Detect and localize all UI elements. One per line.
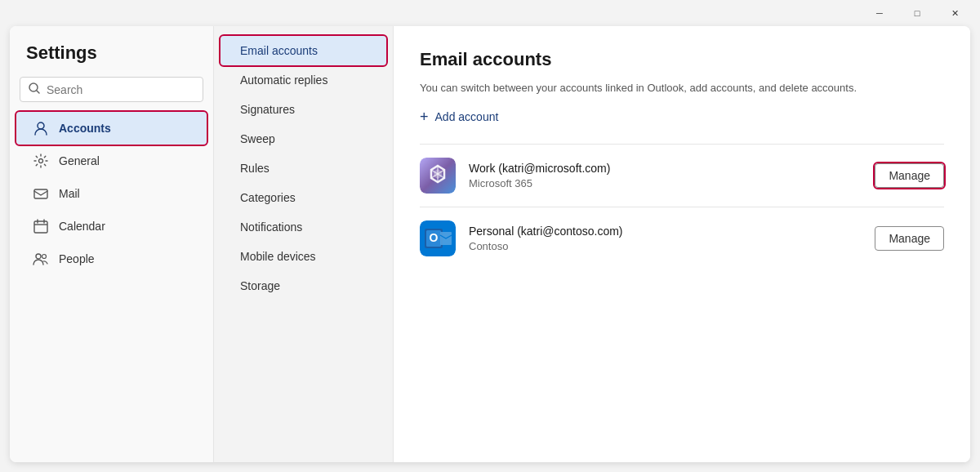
svg-line-1 [37, 91, 39, 93]
sidebar-item-general[interactable]: General [16, 145, 207, 177]
page-title: Email accounts [420, 49, 944, 70]
work-account-subtitle: Microsoft 365 [469, 177, 862, 189]
search-icon [29, 82, 40, 96]
sidebar-label-general: General [59, 154, 100, 167]
people-icon [33, 251, 49, 267]
calendar-icon [33, 218, 49, 234]
app-title: Settings [10, 42, 213, 77]
work-account-avatar [420, 158, 456, 194]
nav-item-categories[interactable]: Categories [220, 183, 386, 212]
account-card-work: Work (katri@microsoft.com) Microsoft 365… [420, 144, 944, 207]
personal-account-subtitle: Contoso [469, 240, 862, 252]
svg-rect-5 [34, 221, 47, 233]
sidebar: Settings Accounts [10, 26, 214, 462]
nav-item-automatic-replies[interactable]: Automatic replies [220, 65, 386, 95]
sidebar-label-accounts: Accounts [59, 122, 111, 135]
svg-rect-4 [34, 189, 47, 198]
main-content: Email accounts You can switch between yo… [394, 26, 970, 462]
work-manage-button[interactable]: Manage [875, 163, 944, 188]
sidebar-item-mail[interactable]: Mail [16, 177, 207, 210]
nav-item-signatures[interactable]: Signatures [220, 95, 386, 124]
settings-window: Settings Accounts [10, 26, 970, 462]
minimize-button[interactable]: ─ [861, 0, 898, 26]
titlebar: ─ □ ✕ [0, 0, 980, 26]
nav-item-storage[interactable]: Storage [220, 271, 386, 301]
personal-account-info: Personal (katri@contoso.com) Contoso [469, 225, 862, 252]
middle-navigation: Email accounts Automatic replies Signatu… [214, 26, 394, 462]
search-box[interactable] [20, 77, 203, 102]
search-input[interactable] [47, 83, 194, 96]
work-account-name: Work (katri@microsoft.com) [469, 162, 862, 175]
sidebar-item-people[interactable]: People [16, 243, 207, 275]
work-account-info: Work (katri@microsoft.com) Microsoft 365 [469, 162, 862, 189]
person-icon [33, 120, 49, 136]
add-account-button[interactable]: + Add account [420, 109, 498, 124]
sidebar-label-mail: Mail [59, 187, 80, 200]
svg-point-7 [42, 255, 47, 259]
maximize-button[interactable]: □ [898, 0, 936, 26]
nav-item-sweep[interactable]: Sweep [220, 124, 386, 154]
svg-point-3 [39, 159, 43, 163]
nav-item-mobile-devices[interactable]: Mobile devices [220, 242, 386, 271]
svg-point-6 [36, 254, 41, 259]
sidebar-label-calendar: Calendar [59, 220, 105, 233]
personal-account-avatar: O [420, 220, 456, 256]
svg-text:O: O [430, 231, 439, 244]
close-button[interactable]: ✕ [936, 0, 973, 26]
personal-account-name: Personal (katri@contoso.com) [469, 225, 862, 238]
nav-item-email-accounts[interactable]: Email accounts [220, 36, 386, 65]
sidebar-item-accounts[interactable]: Accounts [16, 112, 207, 145]
nav-item-notifications[interactable]: Notifications [220, 212, 386, 242]
add-account-label: Add account [435, 110, 499, 123]
svg-point-2 [38, 122, 44, 129]
sidebar-label-people: People [59, 252, 95, 265]
page-description: You can switch between your accounts lin… [420, 80, 944, 96]
nav-item-rules[interactable]: Rules [220, 154, 386, 183]
sidebar-item-calendar[interactable]: Calendar [16, 210, 207, 243]
personal-manage-button[interactable]: Manage [875, 226, 944, 251]
gear-icon [33, 153, 49, 169]
mail-icon [33, 185, 49, 202]
account-card-personal: O Personal (katri@contoso.com) Contoso M… [420, 207, 944, 269]
plus-icon: + [420, 109, 429, 124]
